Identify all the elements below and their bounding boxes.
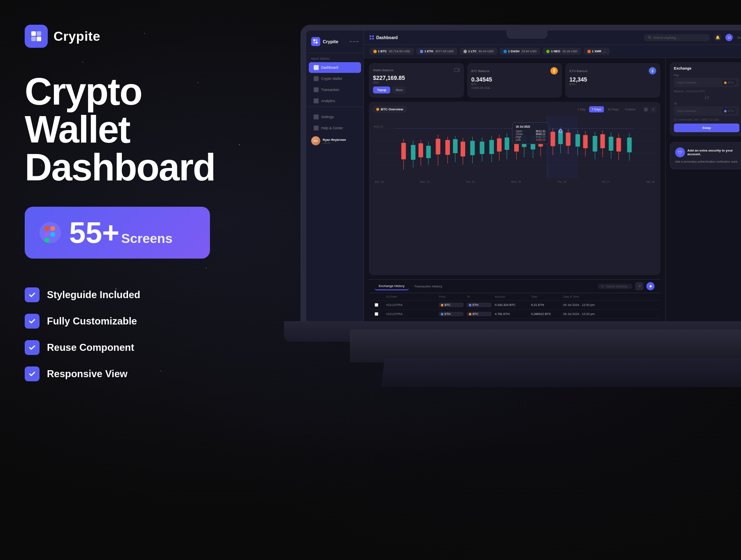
time-btn-1day[interactable]: 1 Day xyxy=(575,106,588,112)
tab-transaction-history[interactable]: Transaction History xyxy=(410,283,447,290)
ticker-xmr: 1 XMR ... xyxy=(584,48,610,55)
svg-rect-49 xyxy=(550,132,555,146)
feature-item-3: Reuse Component xyxy=(25,340,239,355)
svg-rect-77 xyxy=(505,138,509,150)
svg-text:6612.31: 6612.31 xyxy=(374,125,384,128)
svg-rect-8 xyxy=(44,238,49,243)
swap-button[interactable]: Swap xyxy=(674,124,739,132)
nav-extra: INo xyxy=(737,36,741,40)
sidebar: Crypite MAIN MENU Dashboard Crypto Walle… xyxy=(306,30,364,324)
svg-rect-16 xyxy=(370,38,371,40)
left-panel: Crypite Crypto Wallet Dashboard 55+ Scre… xyxy=(25,25,239,381)
svg-rect-59 xyxy=(627,138,631,152)
ticker-btc: 1 BTC 63,719.00 USD xyxy=(370,48,414,55)
svg-rect-89 xyxy=(616,138,621,152)
sidebar-item-help[interactable]: Help & Center xyxy=(309,123,361,133)
sidebar-item-transaction[interactable]: Transaction xyxy=(309,84,361,95)
user-name-group: Ryan Reybrown ryan@... xyxy=(323,138,346,144)
balance-info: Balance : 112411121 BTC xyxy=(674,90,739,93)
feature-text-4: Responsive View xyxy=(47,368,128,380)
svg-rect-53 xyxy=(566,133,571,146)
svg-point-94 xyxy=(675,120,676,121)
user-name: Ryan Reybrown xyxy=(323,138,346,142)
brand-name: Crypite xyxy=(54,29,100,44)
svg-point-27 xyxy=(653,110,654,111)
user-email: ryan@... xyxy=(323,142,346,144)
sidebar-logo-icon xyxy=(311,37,320,46)
rate-text: current rate 1 eth = 30677.21 USD xyxy=(674,118,739,121)
laptop-mockup: Crypite MAIN MENU Dashboard Crypto Walle… xyxy=(268,25,741,362)
svg-rect-67 xyxy=(445,140,450,155)
sidebar-section-label: MAIN MENU xyxy=(306,53,364,62)
pedestal-top xyxy=(350,329,741,362)
table-row: #12123TRA BTC ETH 0.342,324 BTC xyxy=(369,301,660,310)
btc-value: 0.34545 xyxy=(471,76,558,83)
row-checkbox-1[interactable] xyxy=(375,303,378,307)
notification-dot xyxy=(646,282,655,290)
time-btn-7days[interactable]: 7 Days xyxy=(589,106,604,112)
wallet-balance-currency: USD xyxy=(373,81,460,84)
sidebar-logo-text: Crypite xyxy=(323,39,338,44)
check-badge-4 xyxy=(25,366,40,381)
svg-point-9 xyxy=(50,232,55,237)
ticker-eth: 1 ETH 3077.93 USD xyxy=(416,48,457,55)
feature-text-2: Fully Customizable xyxy=(47,315,137,327)
more-button[interactable]: More xyxy=(392,86,406,93)
svg-rect-12 xyxy=(313,42,315,43)
crypto-ticker: 1 BTC 63,719.00 USD 1 ETH 3077.93 USD xyxy=(364,45,741,58)
svg-rect-7 xyxy=(44,232,49,237)
to-coin-1: ETH xyxy=(467,303,492,307)
sidebar-brand: Crypite xyxy=(306,37,364,53)
user-icon-button[interactable]: U xyxy=(725,34,733,41)
bell-icon-button[interactable]: 🔔 xyxy=(714,34,721,41)
chart-expand-icon[interactable] xyxy=(643,107,649,112)
sidebar-item-dashboard[interactable]: Dashboard xyxy=(309,62,361,73)
feature-item-4: Responsive View xyxy=(25,366,239,381)
screens-count-group: 55+ Screens xyxy=(69,216,172,250)
user-profile-item[interactable]: RR Ryan Reybrown ryan@... xyxy=(306,134,364,148)
features-list: Styleguide Included Fully Customizable R… xyxy=(25,287,239,381)
to-input[interactable]: Input nominal... ETH xyxy=(674,106,739,116)
svg-rect-73 xyxy=(489,140,494,154)
chart-dates: Sun, 12 Mon, 13 Tue, 14 Wed, 15 Thu, 16 … xyxy=(373,180,656,183)
eth-value: 12,345 xyxy=(569,76,656,83)
chart-header: BTC Overview 1 Day 7 Days 30 Days Custom xyxy=(373,106,656,113)
svg-rect-75 xyxy=(497,138,501,152)
sidebar-bottom: Settings Help & Center RR Ryan Reybrown … xyxy=(306,107,364,152)
page-title: Dashboard xyxy=(370,35,398,40)
svg-rect-6 xyxy=(50,226,55,231)
pay-input[interactable]: Input nominal... BTC xyxy=(674,78,739,87)
filter-icon[interactable] xyxy=(635,282,643,290)
search-bar[interactable]: Search anything... xyxy=(644,34,710,41)
pay-label: Pay xyxy=(674,74,739,77)
from-coin-2: ETH xyxy=(439,312,464,316)
svg-rect-85 xyxy=(583,135,587,148)
row-checkbox-2[interactable] xyxy=(375,312,378,316)
eth-icon: ⟠ xyxy=(649,67,656,75)
chart-options-icon[interactable] xyxy=(650,107,656,112)
sidebar-item-analytics[interactable]: Analytics xyxy=(309,96,361,106)
search-icon xyxy=(648,36,651,39)
top-nav: Dashboard Search anything... 🔔 U INo xyxy=(364,30,741,45)
history-search[interactable]: Search anything... xyxy=(598,284,632,289)
chart-tooltip: 16 Jul 2023 Open6612.31 Close6940.11 Hig… xyxy=(512,122,549,144)
exchange-title: Exchange xyxy=(674,66,739,70)
hero-title: Crypto Wallet Dashboard xyxy=(25,72,239,186)
notif-header: 🛡 Add an extra security to your account. xyxy=(675,147,741,157)
svg-rect-63 xyxy=(419,143,423,157)
sidebar-item-settings[interactable]: Settings xyxy=(309,112,361,122)
dashboard-body: Wallet Balance $227,169.85 USD Topup xyxy=(364,58,741,324)
screens-count: 55+ xyxy=(69,216,119,249)
topup-button[interactable]: Topup xyxy=(373,86,390,93)
time-btn-30days[interactable]: 30 Days xyxy=(605,106,622,112)
tab-exchange-history[interactable]: Exchange History xyxy=(375,282,409,290)
figma-icon xyxy=(40,222,61,243)
svg-rect-17 xyxy=(372,38,374,40)
btc-label: BTC Balance ₿ xyxy=(471,67,558,75)
check-badge-3 xyxy=(25,340,40,355)
time-btn-custom[interactable]: Custom xyxy=(622,106,638,112)
svg-rect-61 xyxy=(411,145,415,160)
dashboard-right: Exchange Pay Input nominal... BTC Balanc… xyxy=(665,58,741,324)
dashboard-icon xyxy=(370,35,374,40)
sidebar-item-wallet[interactable]: Crypto Wallet xyxy=(309,73,361,84)
